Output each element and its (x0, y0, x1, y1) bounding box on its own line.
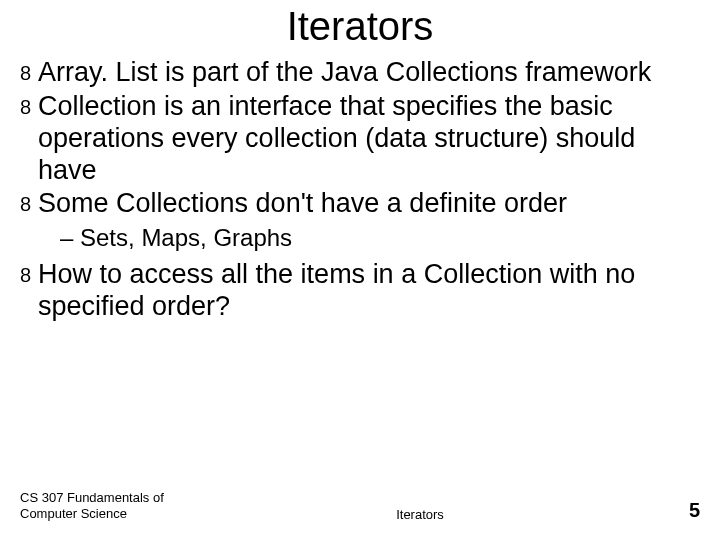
bullet-icon: 8 (20, 188, 31, 220)
slide-footer: CS 307 Fundamentals of Computer Science … (0, 490, 720, 523)
slide: Iterators 8 Array. List is part of the J… (0, 0, 720, 540)
list-item: 8 How to access all the items in a Colle… (20, 259, 700, 323)
bullet-text: Some Collections don't have a definite o… (38, 188, 567, 218)
bullet-text: Array. List is part of the Java Collecti… (38, 57, 651, 87)
bullet-text: How to access all the items in a Collect… (38, 259, 635, 321)
bullet-list: 8 Array. List is part of the Java Collec… (20, 57, 700, 323)
bullet-text: Collection is an interface that specifie… (38, 91, 635, 185)
list-item: 8 Some Collections don't have a definite… (20, 188, 700, 220)
footer-left: CS 307 Fundamentals of Computer Science (20, 490, 200, 523)
bullet-icon: 8 (20, 91, 31, 123)
bullet-icon: 8 (20, 259, 31, 291)
footer-center: Iterators (200, 507, 640, 522)
slide-title: Iterators (20, 4, 700, 49)
bullet-icon: 8 (20, 57, 31, 89)
sub-list-item: – Sets, Maps, Graphs (20, 222, 700, 253)
list-item: 8 Array. List is part of the Java Collec… (20, 57, 700, 89)
list-item: 8 Collection is an interface that specif… (20, 91, 700, 187)
page-number: 5 (640, 499, 700, 522)
